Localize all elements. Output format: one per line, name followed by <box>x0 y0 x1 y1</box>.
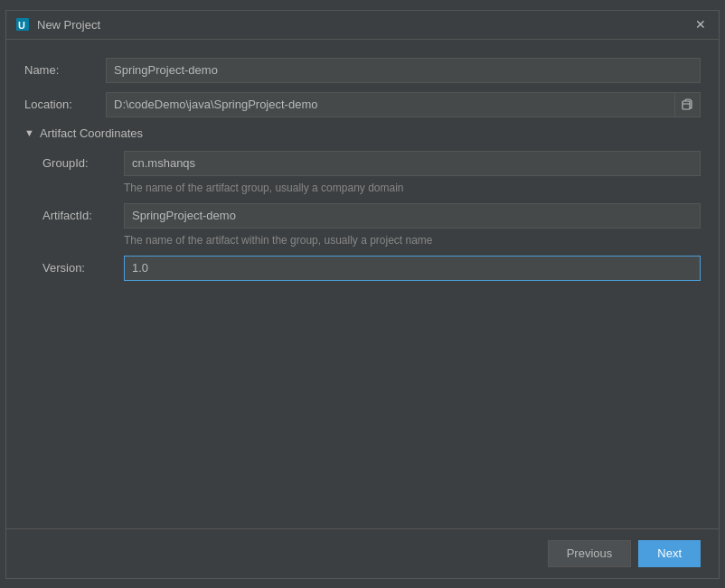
artifact-section-header: ▼ Artifact Coordinates <box>24 126 701 140</box>
footer: Previous Next <box>6 528 719 578</box>
name-label: Name: <box>24 63 106 77</box>
close-button[interactable]: ✕ <box>692 15 710 33</box>
artifactid-label: ArtifactId: <box>42 209 124 222</box>
artifactid-input[interactable] <box>124 203 701 229</box>
artifactid-row: ArtifactId: <box>42 203 701 229</box>
artifact-content: GroupId: The name of the artifact group,… <box>24 151 701 281</box>
groupid-label: GroupId: <box>42 156 124 170</box>
svg-text:U: U <box>18 20 25 31</box>
groupid-input[interactable] <box>124 151 701 176</box>
artifact-section-title: Artifact Coordinates <box>40 126 143 140</box>
dialog-content: Name: Location: ▼ Artifact Coordinates G… <box>6 40 719 528</box>
artifactid-hint: The name of the artifact within the grou… <box>124 234 701 247</box>
version-input[interactable] <box>124 256 701 281</box>
next-button[interactable]: Next <box>638 540 701 567</box>
name-row: Name: <box>24 58 701 83</box>
titlebar: U New Project ✕ <box>6 11 719 40</box>
location-input[interactable] <box>106 92 675 117</box>
version-label: Version: <box>42 261 124 275</box>
svg-rect-2 <box>683 101 690 109</box>
location-row: Location: <box>24 92 701 117</box>
dialog-title: New Project <box>37 18 692 32</box>
app-icon: U <box>15 17 30 32</box>
new-project-dialog: U New Project ✕ Name: Location: ▼ A <box>5 10 720 579</box>
name-input[interactable] <box>106 58 701 83</box>
version-row: Version: <box>42 256 701 281</box>
previous-button[interactable]: Previous <box>548 540 632 567</box>
collapse-arrow[interactable]: ▼ <box>24 127 34 138</box>
browse-button[interactable] <box>675 92 701 117</box>
location-label: Location: <box>24 98 106 111</box>
groupid-hint: The name of the artifact group, usually … <box>124 182 701 194</box>
groupid-row: GroupId: <box>42 151 701 176</box>
